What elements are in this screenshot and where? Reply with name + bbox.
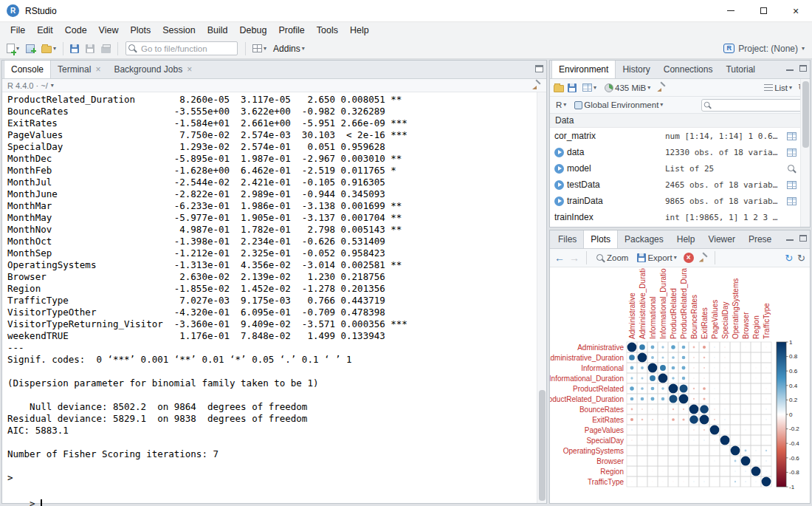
tab-plots[interactable]: Plots xyxy=(583,230,618,249)
menu-plots[interactable]: Plots xyxy=(124,23,156,38)
svg-text:0.6: 0.6 xyxy=(789,368,798,375)
tab-tutorial[interactable]: Tutorial xyxy=(719,61,762,78)
new-file-button[interactable]: ▾ xyxy=(4,41,21,57)
tab-viewer[interactable]: Viewer xyxy=(701,230,741,248)
console-scrollbar[interactable] xyxy=(537,92,546,503)
env-object-cor_matrix[interactable]: cor_matrixnum [1:14, 1:14] 1 0.6… xyxy=(550,128,800,144)
tab-label: Help xyxy=(677,230,695,249)
minimize-button[interactable] xyxy=(715,0,747,22)
svg-text:ProductRelated: ProductRelated xyxy=(670,288,678,339)
clear-objects-icon[interactable] xyxy=(656,83,666,92)
env-object-model[interactable]: modelList of 25 xyxy=(550,160,800,177)
save-workspace-icon[interactable] xyxy=(568,83,577,92)
maximize-button[interactable] xyxy=(747,0,780,22)
menu-file[interactable]: File xyxy=(4,23,31,38)
console-prompt[interactable]: > xyxy=(7,487,42,499)
publish-icon[interactable]: ↻ xyxy=(785,253,793,263)
close-tab-icon[interactable]: × xyxy=(187,65,192,74)
inspect-object-icon[interactable] xyxy=(787,164,796,174)
console-line: BounceRates -3.555e+00 3.622e+00 -0.982 … xyxy=(7,106,537,117)
memory-usage-button[interactable]: 435 MiB▾ xyxy=(602,80,653,96)
clear-console-icon[interactable] xyxy=(531,81,541,90)
chevron-down-icon[interactable]: ▾ xyxy=(51,83,54,89)
maximize-pane-icon[interactable] xyxy=(799,235,807,242)
new-file-icon xyxy=(7,44,15,53)
new-project-button[interactable] xyxy=(24,41,37,57)
environment-search-input[interactable] xyxy=(701,99,806,112)
tab-files[interactable]: Files xyxy=(551,230,583,248)
menu-profile[interactable]: Profile xyxy=(272,23,310,38)
tab-history[interactable]: History xyxy=(616,61,656,78)
maximize-pane-icon[interactable] xyxy=(799,65,807,72)
language-selector[interactable]: R▾ xyxy=(554,97,568,113)
zoom-button[interactable]: Zoom xyxy=(593,250,630,266)
console-line: ExitRates -1.584e+01 2.661e+00 -5.951 2.… xyxy=(7,117,537,129)
tab-prese[interactable]: Prese xyxy=(742,230,778,248)
expand-object-icon[interactable] xyxy=(554,196,564,206)
previous-plot-icon[interactable]: ← xyxy=(554,253,565,263)
menu-build[interactable]: Build xyxy=(202,23,234,38)
tab-connections[interactable]: Connections xyxy=(657,61,720,78)
expand-object-icon[interactable] xyxy=(554,148,564,157)
tab-label: Console xyxy=(11,61,44,79)
export-button[interactable]: Export▾ xyxy=(635,250,678,266)
tab-terminal[interactable]: Terminal× xyxy=(51,61,107,78)
svg-text:Region: Region xyxy=(752,315,760,339)
view-data-icon[interactable] xyxy=(787,148,796,157)
view-mode-button[interactable]: List▾ xyxy=(762,80,794,96)
expand-object-icon[interactable] xyxy=(554,180,564,190)
tab-environment[interactable]: Environment xyxy=(551,61,616,79)
open-file-button[interactable]: ▾ xyxy=(39,41,58,57)
workspace-panes-button[interactable]: ▾ xyxy=(250,41,269,57)
import-dataset-button[interactable]: ▾ xyxy=(580,80,599,96)
env-object-trainData[interactable]: trainData9865 obs. of 18 variab… xyxy=(550,193,800,209)
env-object-trainIndex[interactable]: trainIndexint [1:9865, 1] 1 2 3 … xyxy=(550,209,800,225)
menu-code[interactable]: Code xyxy=(59,23,93,38)
close-tab-icon[interactable]: × xyxy=(95,65,100,74)
menu-session[interactable]: Session xyxy=(156,23,201,38)
text-cursor xyxy=(41,499,42,506)
load-workspace-icon[interactable] xyxy=(554,85,564,92)
view-data-icon[interactable] xyxy=(787,197,796,205)
save-button[interactable] xyxy=(68,41,81,57)
menu-help[interactable]: Help xyxy=(344,23,375,38)
minimize-pane-icon[interactable] xyxy=(786,65,794,72)
addins-button[interactable]: Addins▾ xyxy=(271,41,307,57)
object-name: model xyxy=(567,163,591,174)
refresh-icon[interactable]: ↻ xyxy=(797,253,805,263)
menu-debug[interactable]: Debug xyxy=(234,23,273,38)
environment-scrollbar[interactable] xyxy=(800,79,810,227)
remove-plot-icon[interactable]: × xyxy=(684,253,694,263)
restore-pane-icon[interactable] xyxy=(535,65,543,72)
goto-file-function-input[interactable] xyxy=(125,41,238,55)
tab-console[interactable]: Console xyxy=(4,61,51,79)
view-data-icon[interactable] xyxy=(787,181,796,189)
env-object-testData[interactable]: testData2465 obs. of 18 variab… xyxy=(550,177,800,193)
tab-packages[interactable]: Packages xyxy=(618,230,670,248)
minimize-pane-icon[interactable] xyxy=(786,235,794,242)
console-line: Region -1.855e-02 1.452e-02 -1.278 0.201… xyxy=(7,283,537,295)
tab-background-jobs[interactable]: Background Jobs× xyxy=(107,61,199,78)
svg-text:Informational: Informational xyxy=(649,296,657,339)
env-object-data[interactable]: data12330 obs. of 18 varia… xyxy=(550,144,800,160)
menu-edit[interactable]: Edit xyxy=(31,23,59,38)
save-all-button[interactable] xyxy=(83,41,97,57)
project-selector[interactable]: R Project: (None) ▾ xyxy=(723,44,808,54)
menu-tools[interactable]: Tools xyxy=(311,23,344,38)
print-button[interactable] xyxy=(99,41,113,57)
environment-selector[interactable]: Global Environment▾ xyxy=(572,97,665,113)
menu-view[interactable]: View xyxy=(93,23,125,38)
svg-text:-0.4: -0.4 xyxy=(789,440,799,447)
close-button[interactable]: × xyxy=(780,0,812,22)
main-toolbar: ▾ ▾ ▾ Addins▾ R Project: (None) ▾ xyxy=(0,38,812,59)
scrollbar-thumb[interactable] xyxy=(802,81,809,148)
scrollbar-thumb[interactable] xyxy=(539,390,546,501)
addins-label: Addins xyxy=(273,44,300,54)
expand-object-icon[interactable] xyxy=(554,164,564,174)
console-pane: ConsoleTerminal×Background Jobs× R 4.4.0… xyxy=(1,60,547,504)
clear-plots-icon[interactable] xyxy=(698,253,708,263)
next-plot-icon[interactable]: → xyxy=(569,253,579,263)
console-output: ProductRelated_Duration 8.260e-05 3.117e… xyxy=(2,92,537,503)
tab-help[interactable]: Help xyxy=(670,230,702,248)
view-data-icon[interactable] xyxy=(787,132,796,140)
